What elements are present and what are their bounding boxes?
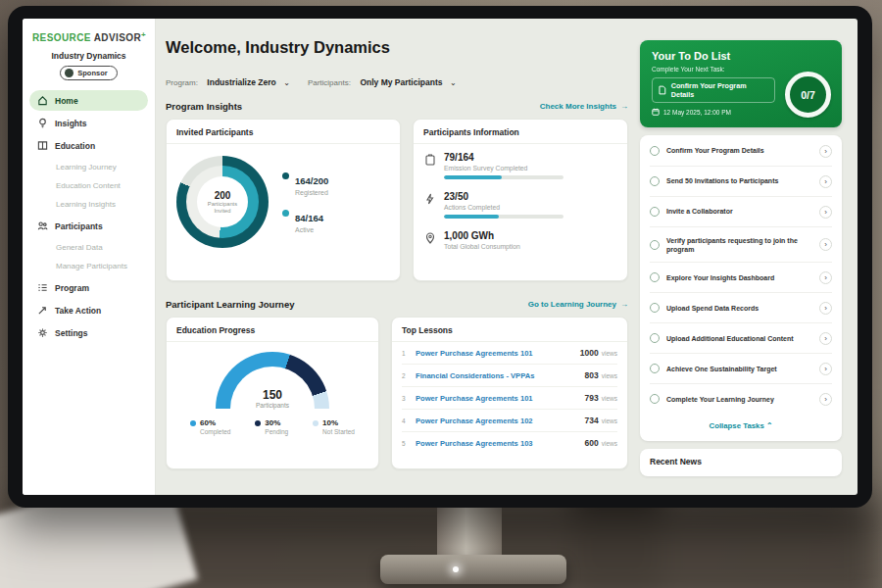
task-item[interactable]: Upload Spend Data Records › — [650, 293, 832, 323]
collapse-label: Collapse Tasks — [710, 421, 764, 430]
lesson-row[interactable]: 1 Power Purchase Agreements 101 1000view… — [402, 342, 617, 365]
sidebar-item-take-action[interactable]: Take Action — [29, 300, 148, 320]
logo-secondary: ADVISOR — [94, 32, 141, 43]
chevron-right-icon[interactable]: › — [819, 145, 832, 158]
task-item[interactable]: Invite a Collaborator › — [650, 197, 832, 227]
nav-label: Take Action — [55, 306, 101, 316]
filter-bar: Program: Industrialize Zero ⌄ Participan… — [166, 72, 457, 89]
task-item[interactable]: Send 50 Invitations to Participants › — [650, 167, 832, 197]
lesson-link[interactable]: Power Purchase Agreements 102 — [416, 416, 533, 425]
logo-plus: + — [141, 30, 146, 39]
book-icon — [37, 140, 48, 151]
lesson-link[interactable]: Power Purchase Agreements 101 — [416, 349, 533, 358]
sponsor-icon — [65, 69, 74, 77]
task-checkbox[interactable] — [650, 303, 660, 313]
recent-news-title: Recent News — [650, 457, 832, 466]
task-checkbox[interactable] — [650, 272, 660, 282]
chevron-right-icon[interactable]: › — [819, 175, 832, 188]
sidebar-item-program[interactable]: Program — [29, 277, 148, 298]
lesson-row[interactable]: 4 Power Purchase Agreements 102 734views — [402, 410, 617, 432]
lesson-row[interactable]: 3 Power Purchase Agreements 101 793views — [402, 387, 617, 410]
legend-label: Active — [295, 226, 323, 233]
lesson-row[interactable]: 5 Power Purchase Agreements 103 600views — [402, 432, 617, 454]
metric-label: Emission Survey Completed — [444, 165, 564, 172]
sidebar-item-learning-journey[interactable]: Learning Journey — [29, 158, 148, 176]
gauge-value: 150 — [216, 388, 329, 402]
chevron-right-icon[interactable]: › — [819, 363, 832, 375]
next-task-chip[interactable]: Confirm Your Program Details — [652, 77, 775, 103]
task-checkbox[interactable] — [650, 333, 660, 343]
task-item[interactable]: Complete Your Learning Journey › — [650, 384, 832, 414]
sidebar-item-learning-insights[interactable]: Learning Insights — [29, 195, 148, 214]
task-item[interactable]: Upload Additional Educational Content › — [650, 323, 832, 354]
metric-value: 79/164 — [444, 152, 564, 163]
chevron-right-icon[interactable]: › — [819, 332, 832, 345]
card-title: Participants Information — [414, 120, 627, 144]
chevron-right-icon[interactable]: › — [819, 302, 832, 315]
lesson-views-unit: views — [602, 440, 617, 447]
action-arrow-icon — [37, 305, 48, 316]
task-label: Complete Your Learning Journey — [666, 395, 812, 404]
sidebar-item-settings[interactable]: Settings — [29, 322, 148, 343]
chevron-up-icon: ⌃ — [766, 421, 773, 430]
education-progress-card: Education Progress 150 Participants 60% … — [166, 317, 379, 469]
task-checkbox[interactable] — [650, 207, 660, 217]
sidebar-item-manage-participants[interactable]: Manage Participants — [29, 257, 148, 275]
sidebar-item-education[interactable]: Education — [29, 135, 148, 156]
lesson-views: 1000 — [580, 348, 599, 358]
sidebar-nav: Home Insights Education Learning Journey… — [23, 90, 155, 343]
lesson-link[interactable]: Financial Considerations - VPPAs — [416, 371, 534, 380]
chevron-down-icon: ⌄ — [450, 78, 457, 87]
participants-filter[interactable]: Participants: Only My Participants ⌄ — [308, 72, 457, 89]
chevron-right-icon[interactable]: › — [819, 271, 832, 284]
program-filter-value: Industrialize Zero — [207, 77, 275, 87]
list-icon — [37, 282, 48, 293]
program-filter-label: Program: — [166, 78, 198, 87]
task-checkbox[interactable] — [650, 240, 660, 250]
nav-label: Education — [55, 141, 95, 151]
todo-title: Your To Do List — [652, 50, 830, 62]
lightning-icon — [425, 193, 434, 205]
sidebar-item-home[interactable]: Home — [29, 90, 148, 111]
task-label: Upload Additional Educational Content — [666, 334, 812, 343]
main-content: Welcome, Industry Dynamics Program: Indu… — [166, 19, 628, 495]
collapse-tasks-link[interactable]: Collapse Tasks ⌃ — [650, 414, 832, 439]
task-label: Achieve One Sustainability Target — [666, 365, 812, 373]
go-to-learning-journey-link[interactable]: Go to Learning Journey→ — [528, 300, 628, 309]
dashboard-screen: RESOURCE ADVISOR+ Industry Dynamics Spon… — [23, 19, 858, 495]
task-item[interactable]: Explore Your Insights Dashboard › — [650, 263, 832, 293]
actions-progress-bar — [444, 215, 564, 219]
sidebar-item-insights[interactable]: Insights — [29, 113, 148, 133]
task-checkbox[interactable] — [650, 394, 660, 404]
task-checkbox[interactable] — [650, 146, 660, 156]
program-filter[interactable]: Program: Industrialize Zero ⌄ — [166, 72, 290, 89]
metric-value: 23/50 — [444, 191, 564, 202]
task-item[interactable]: Confirm Your Program Details › — [650, 136, 832, 167]
legend-label: Completed — [200, 428, 230, 435]
due-date-label: 12 May 2025, 12:00 PM — [663, 109, 731, 116]
sidebar-item-education-content[interactable]: Education Content — [29, 176, 148, 195]
task-checkbox[interactable] — [650, 364, 660, 373]
lesson-row[interactable]: 2 Financial Considerations - VPPAs 803vi… — [402, 365, 617, 387]
gauge-label: Participants — [216, 402, 329, 409]
legend-registered: 164/200 Registered — [282, 171, 328, 196]
emission-survey-row: 79/164 Emission Survey Completed — [414, 144, 627, 183]
arrow-right-icon: → — [620, 300, 628, 309]
chevron-right-icon[interactable]: › — [819, 206, 832, 219]
task-checkbox[interactable] — [650, 176, 660, 186]
sidebar-item-participants[interactable]: Participants — [29, 216, 148, 236]
next-task-label: Confirm Your Program Details — [671, 81, 768, 99]
chevron-right-icon[interactable]: › — [819, 238, 832, 251]
invited-participants-card: Invited Participants 200 Participants In… — [166, 119, 401, 281]
participants-filter-label: Participants: — [308, 78, 351, 87]
sponsor-badge[interactable]: Sponsor — [60, 66, 117, 80]
clipboard-icon — [425, 154, 435, 166]
sidebar-item-general-data[interactable]: General Data — [29, 238, 148, 257]
task-item[interactable]: Achieve One Sustainability Target › — [650, 354, 832, 384]
lesson-link[interactable]: Power Purchase Agreements 101 — [416, 394, 533, 403]
chevron-right-icon[interactable]: › — [819, 393, 832, 406]
check-more-insights-link[interactable]: Check More Insights→ — [540, 102, 628, 111]
lesson-link[interactable]: Power Purchase Agreements 103 — [416, 439, 533, 448]
lesson-views: 803 — [585, 370, 599, 380]
task-item[interactable]: Verify participants requesting to join t… — [650, 227, 832, 263]
